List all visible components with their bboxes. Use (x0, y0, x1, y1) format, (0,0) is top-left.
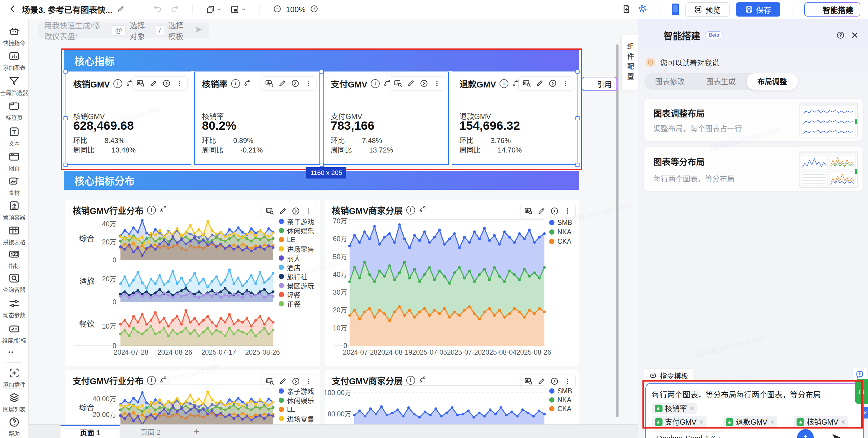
export-icon[interactable] (621, 4, 631, 15)
info-icon[interactable]: i (147, 206, 156, 214)
selection-handle[interactable] (576, 69, 580, 74)
collapse-panel-icon[interactable]: « (862, 407, 868, 418)
page-tab-2[interactable]: 页面 2 (121, 425, 180, 438)
branch-icon[interactable] (159, 205, 167, 215)
info-icon[interactable]: i (113, 79, 122, 88)
settings-gear-icon[interactable] (638, 4, 648, 15)
info-icon[interactable]: i (406, 376, 415, 385)
zoom-out-icon[interactable] (273, 4, 282, 14)
chart-more-icon[interactable] (560, 78, 571, 89)
chart-expand-icon[interactable] (290, 78, 301, 89)
panel-close-icon[interactable] (850, 31, 859, 41)
sidebar-item-global-filter[interactable]: 全局筛选器 (0, 76, 28, 96)
ai-send-icon[interactable] (194, 25, 203, 36)
legend-item[interactable]: LE (279, 405, 314, 414)
selection-handle[interactable] (320, 69, 324, 74)
metric-chip-hexiao-gmv[interactable]: 核销GMV× (794, 416, 848, 428)
chip-remove-icon[interactable]: × (770, 415, 774, 429)
chart-explore-icon[interactable] (264, 78, 275, 89)
preview-button[interactable]: 预览 (685, 2, 730, 17)
layout-card-two-per-row[interactable]: 图表等分布局 每行两个图表，等分布局 (644, 147, 863, 191)
branch-icon[interactable] (418, 205, 426, 215)
smart-build-button[interactable]: 智能搭建 (804, 2, 860, 17)
chart-card-hexiao-gmv-merchant[interactable]: 核销GMV商家分层i 010万20万30万40万50万60万70万2024-07… (325, 200, 579, 366)
kpi-card-pay-gmv[interactable]: 支付GMVi 支付GMV 783,166 环比7.48% 周同比13.72% (323, 71, 449, 165)
chart-card-pay-gmv-merchant[interactable]: 支付GMV商家分层i 80.00万100.00万SMBNKACKA (325, 370, 579, 425)
chart-edit-icon[interactable] (534, 78, 545, 89)
branch-icon[interactable] (244, 79, 251, 89)
legend-item[interactable]: 丽人 (279, 254, 314, 262)
chip-remove-icon[interactable]: × (700, 415, 704, 429)
at-chip[interactable]: @ (112, 25, 125, 35)
back-icon[interactable] (8, 4, 17, 14)
legend-item[interactable]: NKA (549, 396, 572, 404)
tab-chart-generate[interactable]: 图表生成 (695, 73, 746, 90)
reference-button[interactable]: 引用 (582, 77, 617, 91)
prompt-input-card[interactable]: 每行两个图表，等分布局每行两个图表，等分布局 核销率× 支付GMV× 退款GMV… (645, 383, 864, 438)
component-config-tab[interactable]: 组件配置 (622, 35, 638, 90)
metric-chip-hexiao-rate[interactable]: 核销率× (652, 403, 697, 414)
section-banner-core-metrics[interactable]: 核心指标 (64, 50, 579, 71)
sidebar-item-webpage[interactable]: 网页 (0, 151, 28, 172)
selection-handle[interactable] (576, 116, 580, 120)
info-icon[interactable]: i (371, 79, 380, 88)
legend-item[interactable]: 进场零售 (279, 244, 314, 253)
kpi-card-hexiao-rate[interactable]: 核销率i 核销率 80.2% 环比0.89% 周同比-0.21% (194, 71, 320, 165)
metric-chip-pay-gmv[interactable]: 支付GMV× (652, 416, 707, 428)
chart-expand-icon[interactable] (418, 78, 430, 89)
selection-handle[interactable] (63, 163, 68, 167)
prompt-text[interactable]: 每行两个图表，等分布局每行两个图表，等分布局 (652, 390, 821, 399)
legend-item[interactable]: SMB (549, 218, 572, 227)
chart-edit-icon[interactable] (148, 78, 159, 89)
kpi-card-refund-gmv[interactable]: 退款GMVi 退款GMV 154,696.32 环比3.76% 周同比14.70… (452, 71, 578, 165)
slash-chip[interactable]: / (156, 25, 164, 35)
edit-title-icon[interactable] (117, 5, 125, 14)
sidebar-item-dimension-metric[interactable]: 维度/指标 (0, 323, 28, 344)
metric-chip-refund-gmv[interactable]: 退款GMV× (723, 416, 777, 428)
sidebar-item-asset[interactable]: 素材 (0, 175, 28, 196)
submit-button[interactable] (797, 429, 814, 438)
info-icon[interactable]: i (231, 79, 240, 88)
mobile-preview-icon[interactable] (672, 4, 679, 16)
legend-item[interactable]: 进场零售 (279, 414, 314, 423)
chart-edit-icon[interactable] (405, 78, 416, 89)
instruction-template-button[interactable]: 指令模板 (644, 368, 694, 382)
legend-item[interactable]: 景区游玩 (279, 281, 314, 290)
chart-card-hexiao-gmv-industry[interactable]: 核销GMV行业分布i 020万40万综合020万酒旅010万餐饮2024-07-… (66, 200, 320, 366)
chart-explore-icon[interactable] (135, 78, 146, 89)
layout-mode-dropdown[interactable] (206, 5, 222, 14)
chart-explore-icon[interactable] (392, 78, 404, 89)
sidebar-item-query-container[interactable]: 查询容器 (0, 272, 28, 293)
info-icon[interactable]: i (147, 376, 156, 385)
legend-item[interactable]: 休闲娱乐 (279, 396, 314, 405)
legend-item[interactable]: 酒店 (279, 263, 314, 272)
zoom-in-icon[interactable] (310, 4, 318, 14)
tab-chart-modify[interactable]: 图表修改 (644, 73, 695, 90)
canvas-vertical-scrollbar[interactable] (616, 44, 619, 417)
legend-item[interactable]: 正餐 (279, 299, 314, 308)
legend-item[interactable]: 休闲娱乐 (279, 226, 314, 235)
chart-edit-icon[interactable] (277, 78, 288, 89)
select-template-label[interactable]: 选择模板 (168, 20, 190, 41)
legend-item[interactable]: CKA (549, 404, 572, 413)
sidebar-item-text[interactable]: 文本 (0, 126, 28, 147)
chart-expand-icon[interactable] (547, 78, 558, 89)
chip-remove-icon[interactable]: × (841, 415, 845, 429)
support-headset-button[interactable] (855, 379, 868, 404)
selection-handle[interactable] (320, 163, 324, 167)
chart-more-icon[interactable] (303, 78, 314, 89)
chart-explore-icon[interactable] (521, 78, 532, 89)
page-tab-1[interactable]: 页面 1 (61, 425, 120, 438)
select-object-label[interactable]: 选择对象 (130, 20, 151, 41)
sidebar-item-add-chart[interactable]: 添加图表 (0, 50, 28, 71)
dashboard-canvas[interactable]: 用我快速生成/修改仪表盘! @ 选择对象 / 选择模板 核心指标 核销GMVi … (28, 19, 638, 425)
branch-icon[interactable] (418, 376, 426, 385)
chart-expand-icon[interactable] (161, 78, 172, 89)
legend-item[interactable]: 亲子游戏 (279, 386, 314, 396)
info-icon[interactable]: i (406, 206, 415, 214)
kpi-card-hexiao-gmv[interactable]: 核销GMVi 核销GMV 628,469.68 环比8.43% 周同比13.48… (66, 71, 191, 165)
sidebar-item-help[interactable]: 帮助 (0, 416, 28, 437)
selection-handle[interactable] (576, 163, 580, 167)
sidebar-item-layer-list[interactable]: 图层列表 (0, 392, 28, 413)
legend-item[interactable]: 轻餐 (279, 290, 314, 299)
